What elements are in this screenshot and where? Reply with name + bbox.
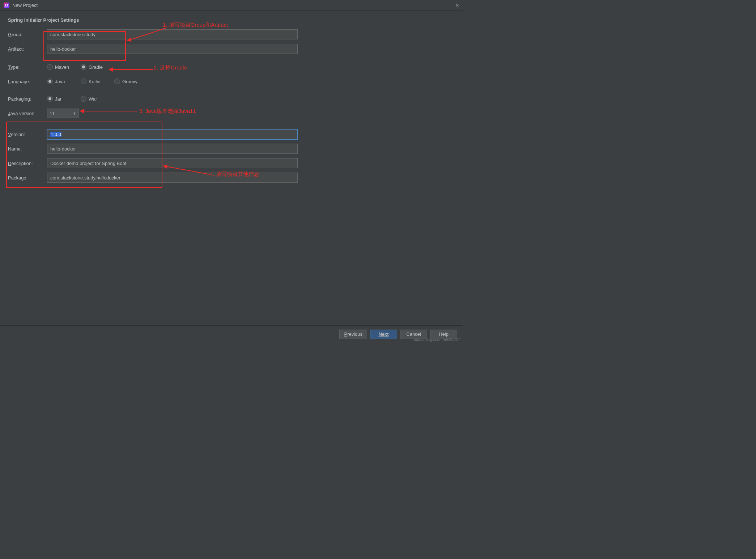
radio-java-label: Java [55, 79, 65, 84]
artifact-input[interactable] [47, 44, 298, 54]
name-label: Name: [8, 146, 47, 152]
window-title: New Project [12, 3, 455, 8]
radio-jar[interactable]: Jar [47, 96, 78, 102]
radio-jar-label: Jar [55, 96, 61, 102]
package-input[interactable] [47, 173, 298, 183]
radio-war-label: War [89, 96, 97, 102]
radio-icon [114, 79, 120, 84]
section-title: Spring Initializr Project Settings [8, 17, 455, 23]
close-icon[interactable]: ✕ [455, 3, 459, 8]
radio-groovy[interactable]: Groovy [114, 79, 145, 84]
description-label: Description: [8, 161, 47, 166]
chevron-down-icon: ▼ [73, 111, 76, 115]
version-input[interactable]: 1.0.0 [47, 129, 298, 139]
radio-gradle-label: Gradle [89, 64, 103, 70]
radio-kotlin-label: Kotlin [89, 79, 101, 84]
radio-groovy-label: Groovy [122, 79, 137, 84]
watermark: https://blog.csdn.net/lt5227 [413, 337, 460, 342]
name-input[interactable] [47, 144, 298, 154]
radio-icon [47, 79, 53, 84]
radio-icon [81, 64, 86, 70]
radio-kotlin[interactable]: Kotlin [81, 79, 111, 84]
previous-button[interactable]: Previous [339, 330, 367, 339]
radio-icon [47, 96, 53, 102]
group-label: Group: [8, 32, 47, 37]
radio-gradle[interactable]: Gradle [81, 64, 111, 70]
java-version-value: 11 [50, 111, 55, 116]
radio-icon [81, 79, 86, 84]
type-label: Type: [8, 64, 47, 70]
package-label: Package: [8, 175, 47, 181]
group-input[interactable] [47, 29, 298, 39]
footer: Previous Next Cancel Help [0, 325, 463, 343]
radio-maven[interactable]: Maven [47, 64, 78, 70]
description-input[interactable] [47, 158, 298, 168]
next-button[interactable]: Next [370, 330, 397, 339]
intellij-icon: IJ [4, 3, 9, 8]
packaging-label: Packaging: [8, 96, 47, 102]
titlebar: IJ New Project ✕ [0, 0, 463, 11]
version-label: Version: [8, 132, 47, 137]
version-value: 1.0.0 [50, 132, 61, 137]
language-label: Language: [8, 79, 47, 84]
java-version-select[interactable]: 11 ▼ [47, 109, 79, 118]
java-version-label: Java version: [8, 111, 47, 116]
artifact-label: Artifact: [8, 46, 47, 52]
content-area: Spring Initializr Project Settings Group… [0, 11, 463, 194]
radio-maven-label: Maven [55, 64, 69, 70]
radio-icon [81, 96, 86, 102]
radio-icon [47, 64, 53, 70]
radio-java[interactable]: Java [47, 79, 78, 84]
radio-war[interactable]: War [81, 96, 111, 102]
